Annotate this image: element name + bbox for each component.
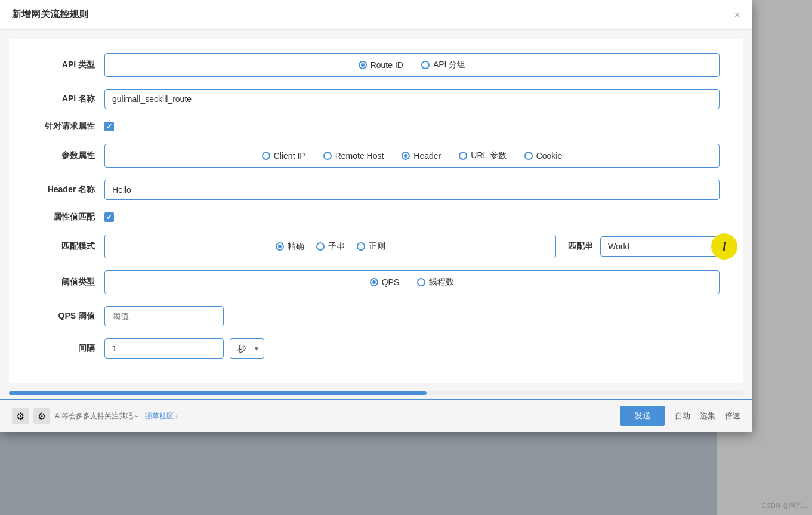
radio-client-ip xyxy=(262,152,270,160)
api-type-row: API 类型 Route ID API 分组 xyxy=(33,53,720,77)
api-name-input[interactable] xyxy=(104,89,720,109)
radio-route-id-label: Route ID xyxy=(371,60,403,70)
request-attr-label: 针对请求属性 xyxy=(33,121,104,132)
radio-substring-label: 子串 xyxy=(328,241,345,252)
submit-button[interactable]: 发送 xyxy=(620,406,665,426)
threshold-type-radio-group: QPS 线程数 xyxy=(104,270,720,294)
bottom-icon-2[interactable]: ⚙ xyxy=(33,408,50,424)
api-name-label: API 名称 xyxy=(33,94,104,104)
header-name-control xyxy=(104,180,720,200)
interval-input[interactable] xyxy=(104,338,224,359)
bottom-bar: ⚙ ⚙ A 等会多多支持关注我吧～ 强草社区 › 发送 自动 选集 倍速 xyxy=(0,399,752,432)
modal-body: API 类型 Route ID API 分组 API 名称 xyxy=(9,39,743,383)
api-type-route-id[interactable]: Route ID xyxy=(359,60,403,70)
threshold-threads[interactable]: 线程数 xyxy=(417,277,454,288)
interval-control: 秒 分 时 xyxy=(104,338,720,359)
request-attr-control xyxy=(104,122,720,131)
radio-url xyxy=(459,152,467,160)
param-attr-label: 参数属性 xyxy=(33,150,104,161)
interval-label: 间隔 xyxy=(33,343,104,354)
radio-api-group-label: API 分组 xyxy=(433,60,465,70)
csdn-watermark: CSDN @闲无... xyxy=(761,501,807,510)
modal-dialog: 新增网关流控规则 × API 类型 Route ID API 分组 xyxy=(0,0,752,432)
qps-threshold-row: QPS 阈值 xyxy=(33,306,720,326)
radio-qps xyxy=(370,278,378,286)
param-attr-row: 参数属性 Client IP Remote Host Header xyxy=(33,144,720,168)
radio-remote-host-label: Remote Host xyxy=(335,151,384,161)
scroll-track xyxy=(9,391,743,395)
api-type-label: API 类型 xyxy=(33,60,104,70)
radio-remote-host xyxy=(323,152,332,160)
interval-unit-wrapper: 秒 分 时 xyxy=(230,338,264,359)
scroll-thumb[interactable] xyxy=(9,391,427,395)
threshold-qps[interactable]: QPS xyxy=(370,277,400,287)
interval-row: 间隔 秒 分 时 xyxy=(33,338,720,359)
match-string-label: 匹配串 xyxy=(568,241,593,252)
radio-regex-label: 正则 xyxy=(369,241,385,252)
header-name-label: Header 名称 xyxy=(33,184,104,195)
radio-api-group xyxy=(421,61,430,69)
bottom-left: ⚙ ⚙ A 等会多多支持关注我吧～ 强草社区 › xyxy=(12,408,178,424)
radio-client-ip-label: Client IP xyxy=(274,151,305,161)
match-exact[interactable]: 精确 xyxy=(276,241,304,252)
bottom-icon-1[interactable]: ⚙ xyxy=(12,408,29,424)
bottom-btn1[interactable]: 强草社区 › xyxy=(145,411,178,421)
threshold-type-control: QPS 线程数 xyxy=(104,270,720,294)
radio-header xyxy=(402,152,410,160)
header-name-input[interactable] xyxy=(104,180,720,200)
qps-input[interactable] xyxy=(104,306,224,326)
match-regex[interactable]: 正则 xyxy=(357,241,385,252)
api-type-control: Route ID API 分组 xyxy=(104,53,720,77)
api-type-api-group[interactable]: API 分组 xyxy=(421,60,465,70)
match-substring[interactable]: 子串 xyxy=(316,241,345,252)
api-name-row: API 名称 xyxy=(33,89,720,109)
action-speed[interactable]: 倍速 xyxy=(725,411,740,421)
action-playlist[interactable]: 选集 xyxy=(700,411,715,421)
radio-url-label: URL 参数 xyxy=(471,150,506,161)
interval-unit-select[interactable]: 秒 分 时 xyxy=(230,338,264,359)
request-attr-row: 针对请求属性 xyxy=(33,121,720,132)
radio-exact xyxy=(276,242,284,251)
attr-match-row: 属性值匹配 xyxy=(33,212,720,223)
bottom-hint-text: A 等会多多支持关注我吧～ xyxy=(55,411,140,421)
radio-cookie-label: Cookie xyxy=(536,151,563,161)
param-remote-host[interactable]: Remote Host xyxy=(323,151,384,161)
api-type-radio-group: Route ID API 分组 xyxy=(104,53,720,77)
modal-header: 新增网关流控规则 × xyxy=(0,0,752,30)
action-auto[interactable]: 自动 xyxy=(675,411,690,421)
match-string-group: 匹配串 I xyxy=(568,236,720,257)
radio-exact-label: 精确 xyxy=(288,241,304,252)
radio-qps-label: QPS xyxy=(382,277,400,287)
close-button[interactable]: × xyxy=(734,10,740,20)
match-row-inner: 精确 子串 正则 匹配串 xyxy=(104,235,720,258)
threshold-type-label: 阈值类型 xyxy=(33,277,104,288)
match-mode-row: 匹配模式 精确 子串 正则 xyxy=(33,235,720,258)
header-name-row: Header 名称 xyxy=(33,180,720,200)
attr-match-checkbox[interactable] xyxy=(104,212,114,222)
param-url[interactable]: URL 参数 xyxy=(459,150,506,161)
radio-header-label: Header xyxy=(413,151,441,161)
match-string-input[interactable] xyxy=(600,236,720,257)
api-name-control xyxy=(104,89,720,109)
radio-cookie xyxy=(524,152,533,160)
param-client-ip[interactable]: Client IP xyxy=(262,151,305,161)
attr-match-control xyxy=(104,212,720,222)
radio-regex xyxy=(357,242,365,251)
modal-title: 新增网关流控规则 xyxy=(12,8,88,21)
radio-route-id xyxy=(359,61,367,69)
radio-threads xyxy=(417,278,425,286)
threshold-type-row: 阈值类型 QPS 线程数 xyxy=(33,270,720,294)
param-header[interactable]: Header xyxy=(402,151,441,161)
attr-match-label: 属性值匹配 xyxy=(33,212,104,223)
param-attr-radio-group: Client IP Remote Host Header URL 参数 xyxy=(104,144,720,168)
qps-control xyxy=(104,306,720,326)
radio-threads-label: 线程数 xyxy=(429,277,454,288)
param-attr-control: Client IP Remote Host Header URL 参数 xyxy=(104,144,720,168)
param-cookie[interactable]: Cookie xyxy=(524,151,563,161)
radio-substring xyxy=(316,242,325,251)
bottom-right: 发送 自动 选集 倍速 xyxy=(620,406,740,426)
match-mode-control: 精确 子串 正则 匹配串 xyxy=(104,235,720,258)
match-mode-label: 匹配模式 xyxy=(33,241,104,252)
request-attr-checkbox[interactable] xyxy=(104,122,114,131)
match-input-wrapper: I xyxy=(600,236,720,257)
